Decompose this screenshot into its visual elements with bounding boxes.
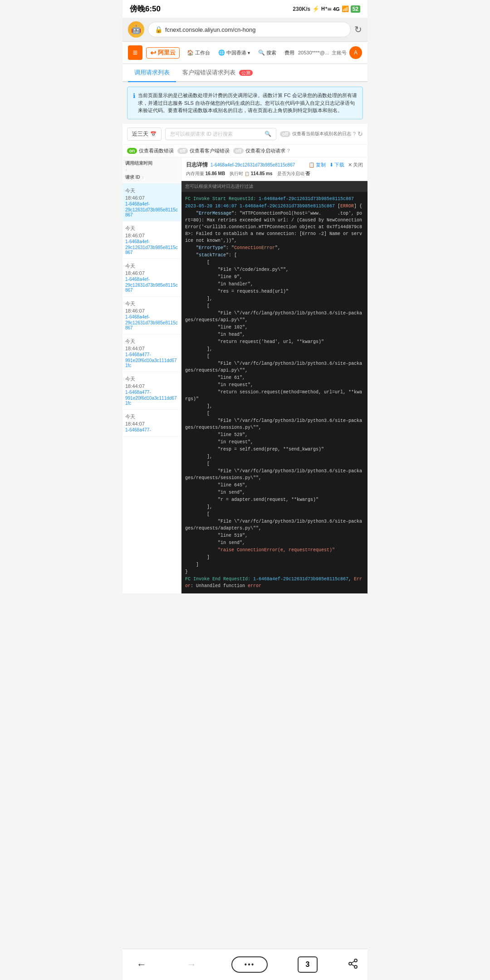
refresh-button[interactable]: ↻	[354, 24, 362, 35]
browser-bar: 🤖 🔒 fcnext.console.aliyun.com/cn-hong ↻	[122, 18, 368, 42]
nav-item-dashboard[interactable]: 🏠 工作台	[183, 48, 214, 58]
filter-function-error[interactable]: on 仅查看函数错误	[127, 147, 174, 154]
nav-bar: ≡ ↩ 阿里云 🏠 工作台 🌐 中国香港 ▾ 🔍 搜索 费用 ICP备案 205…	[122, 42, 368, 64]
log-line: "in head",	[185, 331, 364, 338]
table-row[interactable]: 今天 18:44:07 1-6468a477- 991e20f6d10a3c11…	[122, 372, 181, 410]
tab-invocation-list[interactable]: 调用请求列表	[128, 64, 176, 82]
download-button[interactable]: ⬇ 下载	[329, 162, 344, 168]
table-row[interactable]: 今天 18:44:07 1-6468a477- 991e20f6d10a3c11…	[122, 334, 181, 372]
row-6-time2: 18:44:07	[125, 383, 178, 389]
tab-client-error-list[interactable]: 客户端错误请求列表 公测	[176, 64, 259, 82]
signal-icon: H⁺ᵢᵢᵢᵢ	[321, 6, 331, 12]
filter-cold-start[interactable]: off 仅查看冷启动请求 ?	[233, 147, 290, 154]
user-avatar[interactable]: A	[349, 46, 362, 59]
log-line: "in send",	[185, 489, 364, 496]
search-icon: 🔍	[258, 49, 265, 56]
main-content: 调用结束时间 ↕ 请求 ID ↕ 今天 18:46:07 1-6468a4ef-…	[122, 157, 368, 593]
download-icon: ⬇	[329, 162, 333, 168]
table-row[interactable]: 今天 18:46:07 1-6468a4ef- 29c12631d73b985e…	[122, 221, 181, 259]
cold-start-label: 是否为冷启动 否	[277, 171, 310, 177]
date-range-picker[interactable]: 近三天 📅	[127, 127, 162, 141]
log-line: "ErrorType": "ConnectionError",	[185, 245, 364, 251]
nav-fee-label: 费用	[284, 49, 294, 56]
log-header-row-1: 日志详情 1-6468a4ef-29c12631d73b985e8115c867…	[186, 161, 363, 169]
row-2-time: 今天	[125, 225, 178, 232]
row-6-id2: 991e20f6d10a3c111dd671fc	[125, 396, 178, 406]
duration-copy-icon[interactable]: 📋	[245, 172, 250, 176]
time-col-header: 调用结束时间	[125, 160, 178, 167]
log-line: "return request('head', url, **kwargs)"	[185, 338, 364, 345]
table-row[interactable]: 今天 18:46:07 1-6468a4ef- 29c12631d73b985e…	[122, 259, 181, 297]
refresh-icon[interactable]: ↻	[358, 130, 363, 137]
row-4-time: 今天	[125, 300, 178, 307]
table-row[interactable]: 今天 18:46:07 1-6468a4ef- 29c12631d73b985e…	[122, 184, 181, 221]
row-4-time2: 18:46:07	[125, 308, 178, 314]
log-line: "line 102",	[185, 324, 364, 331]
duration-label: 执行时 📋 114.85 ms	[230, 171, 272, 177]
alias-toggle[interactable]: off	[280, 131, 290, 137]
account-name[interactable]: 20530****@...	[298, 50, 329, 55]
id-col-header: 请求 ID	[125, 175, 140, 180]
battery-icon: 52	[351, 5, 360, 13]
log-terminal[interactable]: FC Invoke Start RequestId: 1-6468a4ef-29…	[181, 192, 368, 593]
row-5-time2: 18:44:07	[125, 346, 178, 351]
log-line: ],	[185, 504, 364, 510]
row-7-id: 1-6468a477-	[125, 427, 151, 432]
search-bar[interactable]: 您可以根据请求 ID 进行搜索 🔍	[165, 128, 276, 140]
log-line: "raise ConnectionError(e, request=reques…	[185, 547, 364, 554]
nav-account: 20530****@... 主账号 A	[298, 46, 362, 59]
row-1-time2: 18:46:07	[125, 195, 178, 201]
log-line: "in request",	[185, 382, 364, 388]
nav-menu-button[interactable]: ≡	[128, 45, 142, 60]
lock-icon: 🔒	[155, 26, 162, 33]
func-error-text: 仅查看函数错误	[139, 147, 174, 154]
row-5-time: 今天	[125, 338, 178, 345]
row-3-time: 今天	[125, 263, 178, 270]
home-icon: 🏠	[187, 49, 194, 56]
client-error-text: 仅查看客户端错误	[190, 147, 230, 154]
alias-toggle-label: off	[280, 131, 290, 137]
nav-item-fee[interactable]: 费用	[281, 48, 294, 58]
copy-icon: 📋	[309, 162, 315, 168]
log-detail-panel: 日志详情 1-6468a4ef-29c12631d73b985e8115c867…	[181, 157, 368, 593]
nav-items: 🏠 工作台 🌐 中国香港 ▾ 🔍 搜索 费用 ICP备案	[183, 48, 294, 58]
table-row[interactable]: 今天 18:46:07 1-6468a4ef- 29c12631d73b985e…	[122, 297, 181, 334]
logo-text: 阿里云	[158, 49, 176, 57]
copy-button[interactable]: 📋 复制	[309, 162, 326, 168]
log-filter-hint[interactable]: 您可以根据关键词对日志进行过滤	[181, 181, 368, 192]
table-row[interactable]: 今天 18:44:07 1-6468a477-	[122, 410, 181, 436]
log-line: ]	[185, 554, 364, 561]
nav-item-search[interactable]: 🔍 搜索	[255, 48, 280, 58]
wifi-icon: 📶	[342, 5, 349, 12]
network-speed: 230K/s	[293, 6, 310, 12]
alias-toggle-text: 仅查看当前版本或别名的日志	[292, 131, 351, 137]
nav-region-label: 中国香港	[226, 49, 246, 56]
log-line: [	[185, 303, 364, 309]
search-submit-icon[interactable]: 🔍	[265, 131, 271, 137]
url-text: fcnext.console.aliyun.com/cn-hong	[165, 26, 255, 33]
log-line: "File \"/var/fc/lang/python3/lib/python3…	[185, 310, 364, 323]
url-bar[interactable]: 🔒 fcnext.console.aliyun.com/cn-hong	[148, 22, 351, 37]
log-line: "File \"/var/fc/lang/python3/lib/python3…	[185, 468, 364, 481]
info-text: 当前页面显示的是已被函数处理并计费的历史调用记录。函数计算 FC 会记录您的函数…	[138, 92, 357, 114]
sort-id-icon: ↕	[142, 175, 144, 180]
log-line: "in handler",	[185, 281, 364, 288]
row-6-time: 今天	[125, 376, 178, 382]
bluetooth-icon: ⚡	[312, 5, 319, 12]
row-1-id: 1-6468a4ef-	[125, 201, 178, 206]
info-icon: ℹ	[133, 92, 135, 114]
status-time: 傍晚6:50	[130, 4, 161, 14]
log-line: 2023-05-20 18:46:07 1-6468a4ef-29c12631d…	[185, 203, 364, 210]
log-line: ],	[185, 403, 364, 410]
filter-client-error[interactable]: off 仅查看客户端错误	[177, 147, 230, 154]
close-icon: ✕	[348, 162, 352, 168]
close-button[interactable]: ✕ 关闭	[348, 162, 363, 168]
row-3-id: 1-6468a4ef-	[125, 277, 178, 282]
cold-start-help-icon: ?	[287, 148, 290, 153]
status-bar: 傍晚6:50 230K/s ⚡ H⁺ᵢᵢᵢᵢ 4G 📶 52	[122, 0, 368, 18]
log-line: "in request",	[185, 439, 364, 446]
aliyun-logo[interactable]: ↩ 阿里云	[146, 47, 180, 59]
log-detail-header: 日志详情 1-6468a4ef-29c12631d73b985e8115c867…	[181, 157, 368, 181]
nav-item-region[interactable]: 🌐 中国香港 ▾	[215, 48, 254, 58]
log-line: }	[185, 568, 364, 575]
